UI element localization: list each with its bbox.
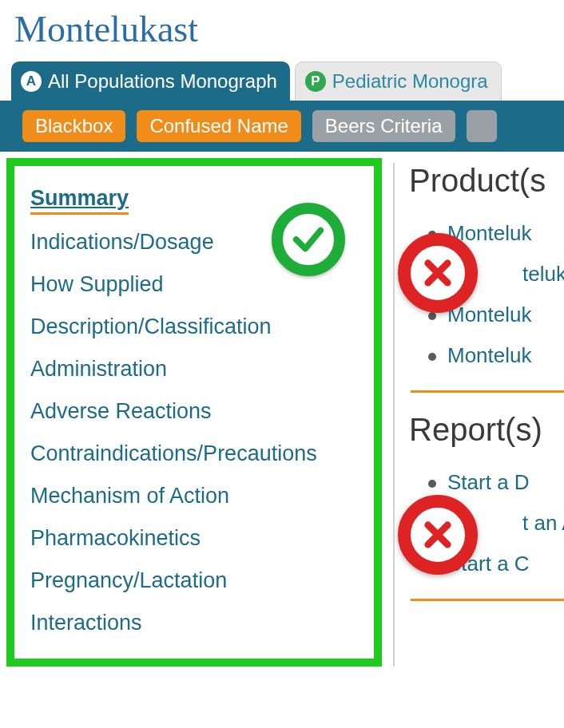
- page-title: Montelukast: [0, 0, 564, 61]
- pill-beers-criteria[interactable]: Beers Criteria: [312, 110, 455, 142]
- tab-badge-p-icon: P: [305, 71, 326, 92]
- tab-all-populations[interactable]: A All Populations Monograph: [11, 61, 290, 101]
- tab-badge-a-icon: A: [21, 71, 42, 92]
- nav-description-classification[interactable]: Description/Classification: [30, 306, 358, 348]
- pill-confused-name[interactable]: Confused Name: [137, 110, 300, 142]
- tab-row: A All Populations Monograph P Pediatric …: [0, 61, 564, 101]
- reports-heading: Report(s): [409, 412, 564, 448]
- checkmark-icon: [272, 203, 345, 276]
- nav-pregnancy-lactation[interactable]: Pregnancy/Lactation: [30, 560, 358, 602]
- nav-adverse-reactions[interactable]: Adverse Reactions: [30, 390, 358, 433]
- pill-bar: Blackbox Confused Name Beers Criteria: [0, 101, 564, 152]
- nav-administration[interactable]: Administration: [30, 348, 358, 390]
- x-icon: [398, 233, 478, 313]
- side-panel: Product(s Monteluk teluk Monteluk Montel…: [395, 152, 564, 620]
- nav-mechanism-of-action[interactable]: Mechanism of Action: [30, 475, 358, 517]
- pill-blackbox[interactable]: Blackbox: [22, 110, 125, 142]
- divider: [411, 390, 564, 393]
- tab-pediatric[interactable]: P Pediatric Monogra: [295, 61, 502, 101]
- nav-contraindications-precautions[interactable]: Contraindications/Precautions: [30, 433, 358, 475]
- nav-panel: Summary Indications/Dosage How Supplied …: [6, 158, 382, 667]
- content-row: Summary Indications/Dosage How Supplied …: [0, 152, 564, 667]
- nav-interactions[interactable]: Interactions: [30, 602, 358, 644]
- nav-summary[interactable]: Summary: [30, 177, 129, 215]
- x-icon: [398, 495, 478, 575]
- products-heading: Product(s: [409, 163, 564, 199]
- tab-label: Pediatric Monogra: [332, 70, 488, 93]
- tab-label: All Populations Monograph: [48, 70, 277, 93]
- pill-extra[interactable]: [467, 110, 498, 142]
- divider: [411, 599, 564, 601]
- nav-pharmacokinetics[interactable]: Pharmacokinetics: [30, 517, 358, 560]
- product-link[interactable]: Monteluk: [428, 335, 564, 376]
